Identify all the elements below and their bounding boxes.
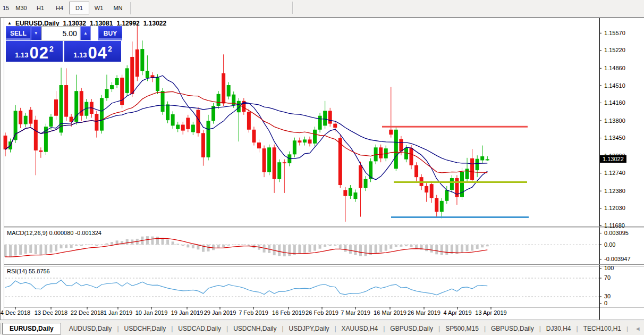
macd-histogram-bar xyxy=(65,245,67,248)
candle-body xyxy=(394,130,398,169)
macd-histogram-bar xyxy=(227,245,230,246)
macd-histogram-bar xyxy=(445,245,448,255)
macd-histogram-bar xyxy=(324,245,326,247)
candle-body xyxy=(364,179,368,188)
macd-histogram-bar xyxy=(461,245,463,253)
macd-histogram-bar xyxy=(405,245,408,246)
macd-histogram-bar xyxy=(339,245,342,249)
macd-histogram-bar xyxy=(344,245,346,252)
candle-body xyxy=(435,198,438,212)
candle-body xyxy=(328,111,332,123)
current-price-tag: 1.13022 xyxy=(600,155,626,163)
macd-histogram-bar xyxy=(24,245,27,254)
candle-body xyxy=(369,161,372,179)
candle-body xyxy=(450,178,454,190)
macd-histogram-bar xyxy=(238,245,240,245)
candle-body xyxy=(181,124,185,130)
candle-body xyxy=(257,143,261,148)
candle-body xyxy=(470,158,474,180)
candle-body xyxy=(227,85,231,96)
macd-histogram-bar xyxy=(45,245,47,254)
macd-histogram-bar xyxy=(415,245,418,248)
buy-price-big: 04 xyxy=(88,46,107,61)
candle-body xyxy=(161,91,165,112)
candle-body xyxy=(486,159,489,160)
macd-histogram-bar xyxy=(440,245,443,255)
candle-body xyxy=(349,188,352,196)
candle-body xyxy=(252,130,256,143)
candle-body xyxy=(353,192,357,199)
macd-histogram-bar xyxy=(486,245,489,246)
candle-body xyxy=(171,114,175,125)
macd-histogram-bar xyxy=(309,245,311,252)
macd-histogram-bar xyxy=(379,245,382,252)
candle-body xyxy=(440,201,444,212)
macd-histogram-bar xyxy=(319,245,321,249)
macd-histogram-bar xyxy=(70,245,73,248)
candle-body xyxy=(379,147,383,158)
candle-body xyxy=(217,94,221,106)
macd-histogram-bar xyxy=(222,245,225,247)
macd-histogram-bar xyxy=(288,245,291,256)
candle-body xyxy=(476,159,479,170)
candle-body xyxy=(34,120,38,150)
buy-price-button[interactable]: 1.13 04 2 xyxy=(64,41,121,62)
candle-body xyxy=(60,85,63,132)
candle-body xyxy=(207,121,210,157)
volume-down-button[interactable]: ▼ xyxy=(31,26,41,40)
macd-histogram-bar xyxy=(207,245,210,252)
macd-histogram-bar xyxy=(385,245,387,251)
sell-button[interactable]: SELL xyxy=(6,26,31,40)
macd-histogram-bar xyxy=(80,245,83,246)
macd-histogram-bar xyxy=(365,245,367,256)
macd-histogram-bar xyxy=(85,245,88,245)
macd-signal-value: -0.001324 xyxy=(75,230,101,236)
macd-histogram-bar xyxy=(298,245,301,254)
candle-body xyxy=(389,130,393,135)
macd-histogram-bar xyxy=(39,245,42,255)
macd-histogram-bar xyxy=(481,245,484,247)
macd-histogram-bar xyxy=(146,236,149,245)
candle-body xyxy=(465,169,469,179)
candle-body xyxy=(115,78,119,85)
macd-main-value: 0.000080 xyxy=(49,230,73,236)
macd-histogram-bar xyxy=(182,245,184,246)
candle-body xyxy=(399,139,403,151)
candle-body xyxy=(64,85,68,117)
macd-histogram-bar xyxy=(9,245,12,257)
macd-histogram-bar xyxy=(303,245,306,253)
macd-histogram-bar xyxy=(95,245,98,246)
buy-button[interactable]: BUY xyxy=(98,26,122,40)
macd-histogram-bar xyxy=(111,242,113,245)
ohlc-close: 1.13022 xyxy=(143,20,166,27)
sell-price-pipette: 2 xyxy=(49,45,54,53)
candle-body xyxy=(298,140,301,143)
macd-histogram-bar xyxy=(60,245,63,248)
macd-histogram-bar xyxy=(162,238,164,245)
collapse-icon[interactable]: ▲ xyxy=(7,21,12,26)
volume-input[interactable] xyxy=(41,26,80,40)
candle-body xyxy=(14,111,18,140)
macd-histogram-bar xyxy=(278,245,281,256)
volume-up-button[interactable]: ▲ xyxy=(80,26,91,40)
candle-body xyxy=(24,116,28,124)
macd-histogram-bar xyxy=(176,244,179,245)
candle-body xyxy=(283,162,286,163)
candle-body xyxy=(338,138,342,185)
sell-price-prefix: 1.13 xyxy=(15,51,28,59)
macd-histogram-bar xyxy=(232,245,235,245)
candle-body xyxy=(318,116,322,130)
macd-histogram-bar xyxy=(35,245,37,254)
macd-histogram-bar xyxy=(334,245,336,246)
macd-histogram-bar xyxy=(389,245,392,249)
sell-price-button[interactable]: 1.13 02 2 xyxy=(6,41,63,62)
macd-histogram-bar xyxy=(425,245,428,251)
candle-body xyxy=(100,98,104,130)
candle-body xyxy=(445,190,448,200)
candle-body xyxy=(166,104,170,120)
macd-histogram-bar xyxy=(242,245,245,245)
buy-price-prefix: 1.13 xyxy=(73,51,87,59)
macd-histogram-bar xyxy=(359,245,362,256)
macd-histogram-bar xyxy=(430,245,433,253)
macd-histogram-bar xyxy=(400,245,402,247)
